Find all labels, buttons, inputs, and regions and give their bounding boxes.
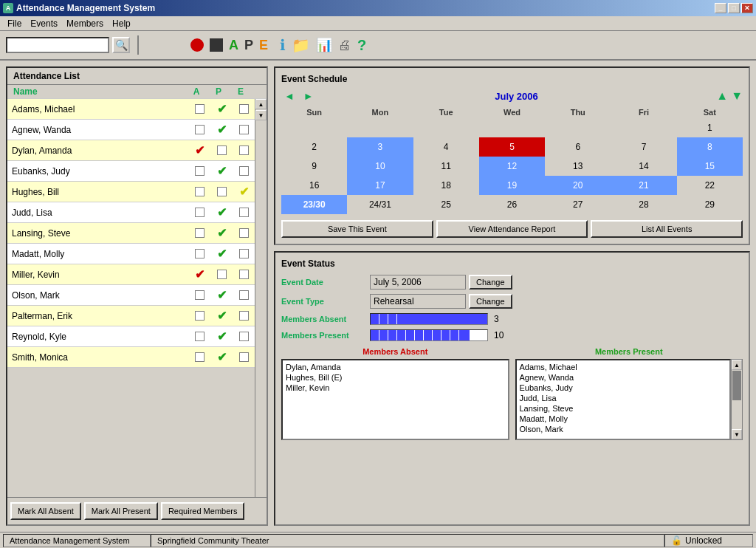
prev-month-button[interactable]: ◄ — [281, 89, 298, 103]
event-date-change-button[interactable]: Change — [469, 275, 512, 290]
calendar-day-event[interactable]: 15 — [677, 157, 743, 176]
excused-checkbox[interactable] — [239, 145, 249, 155]
print-icon[interactable]: 🖨 — [338, 38, 351, 53]
excused-checkbox[interactable] — [239, 311, 249, 321]
excused-checkbox[interactable] — [239, 332, 249, 341]
present-cell[interactable]: ✔ — [210, 288, 233, 302]
mark-all-absent-button[interactable]: Mark All Absent — [10, 502, 81, 520]
present-checkbox[interactable] — [217, 270, 227, 279]
excused-checkbox[interactable] — [239, 208, 249, 217]
calendar-day[interactable]: 25 — [413, 195, 479, 214]
present-cell[interactable]: ✔ — [210, 329, 233, 343]
calendar-day-event[interactable]: 10 — [347, 157, 413, 176]
minimize-button[interactable]: _ — [715, 3, 726, 13]
absent-cell[interactable] — [188, 164, 210, 178]
present-cell[interactable]: ✔ — [210, 226, 233, 240]
excused-checkbox[interactable] — [239, 352, 249, 362]
excused-cell[interactable] — [233, 123, 255, 137]
scroll-down[interactable]: ▼ — [732, 429, 742, 439]
record-icon[interactable] — [190, 38, 204, 52]
calendar-day[interactable]: 4 — [413, 137, 479, 157]
absent-cell[interactable] — [188, 309, 210, 323]
calendar-day[interactable] — [413, 118, 479, 137]
event-type-change-button[interactable]: Change — [469, 294, 512, 309]
calendar-down-button[interactable]: ▼ — [731, 89, 743, 103]
attendance-scrollbar[interactable]: ▲ ▼ — [255, 99, 267, 497]
present-cell[interactable]: ✔ — [210, 164, 233, 178]
calendar-day[interactable]: 9 — [281, 157, 347, 176]
save-event-button[interactable]: Save This Event — [281, 220, 433, 238]
scroll-thumb[interactable] — [732, 371, 741, 400]
calendar-day[interactable]: 11 — [413, 157, 479, 176]
absent-checkbox[interactable] — [195, 332, 205, 341]
excused-cell[interactable] — [233, 247, 255, 261]
excused-checkbox[interactable] — [239, 249, 249, 258]
present-cell[interactable] — [210, 267, 233, 281]
next-month-button[interactable]: ► — [300, 89, 317, 103]
maximize-button[interactable]: □ — [728, 3, 740, 13]
excused-checkbox[interactable] — [239, 104, 249, 114]
absent-checkbox[interactable] — [195, 166, 205, 176]
list-events-button[interactable]: List All Events — [591, 220, 743, 238]
present-scrollbar[interactable]: ▲ ▼ — [731, 359, 743, 440]
present-icon[interactable]: P — [244, 38, 253, 53]
present-cell[interactable]: ✔ — [210, 247, 233, 261]
present-cell[interactable]: ✔ — [210, 205, 233, 219]
calendar-day-event[interactable]: 23/30 — [281, 195, 347, 214]
absent-cell[interactable] — [188, 247, 210, 261]
view-report-button[interactable]: View Attendance Report — [436, 220, 588, 238]
members-absent-listbox[interactable]: Dylan, Amanda Hughes, Bill (E) Miller, K… — [281, 359, 509, 440]
calendar-day[interactable] — [545, 118, 611, 137]
excused-checkbox[interactable] — [239, 125, 249, 134]
mark-all-present-button[interactable]: Mark All Present — [84, 502, 158, 520]
report-icon[interactable]: 📊 — [316, 37, 332, 53]
calendar-day-event[interactable]: 21 — [611, 176, 676, 195]
absent-cell[interactable] — [188, 123, 210, 137]
scroll-up[interactable]: ▲ — [732, 360, 742, 370]
calendar-up-button[interactable]: ▲ — [716, 89, 728, 103]
calendar-day-event[interactable]: 17 — [347, 176, 413, 195]
excused-cell[interactable] — [233, 309, 255, 323]
calendar-day[interactable]: 2 — [281, 137, 347, 157]
scroll-up-arrow[interactable]: ▲ — [255, 99, 267, 109]
excused-cell[interactable] — [233, 226, 255, 240]
search-input[interactable] — [6, 37, 109, 53]
calendar-day[interactable]: 22 — [677, 176, 743, 195]
absent-cell[interactable] — [188, 288, 210, 302]
present-cell[interactable]: ✔ — [210, 350, 233, 364]
excused-cell[interactable] — [233, 143, 255, 157]
absent-checkbox[interactable] — [195, 125, 205, 134]
calendar-day-event[interactable]: 20 — [545, 176, 611, 195]
excused-cell[interactable] — [233, 329, 255, 343]
present-cell[interactable] — [210, 185, 233, 199]
absent-cell[interactable] — [188, 226, 210, 240]
calendar-day[interactable]: 27 — [545, 195, 611, 214]
info-icon[interactable]: ℹ — [280, 36, 286, 54]
absent-checkbox[interactable] — [195, 290, 205, 300]
excused-cell[interactable] — [233, 205, 255, 219]
calendar-day[interactable]: 14 — [611, 157, 676, 176]
search-button[interactable]: 🔍 — [112, 37, 130, 53]
help-icon[interactable]: ? — [357, 37, 366, 54]
excused-checkbox[interactable] — [239, 290, 249, 300]
members-present-listbox[interactable]: Adams, Michael Agnew, Wanda Eubanks, Jud… — [515, 359, 732, 440]
excused-icon[interactable]: E — [259, 38, 268, 53]
calendar-day[interactable]: 18 — [413, 176, 479, 195]
calendar-day[interactable]: 24/31 — [347, 195, 413, 214]
present-checkbox[interactable] — [217, 145, 227, 155]
calendar-day[interactable]: 1 — [677, 118, 743, 137]
present-cell[interactable]: ✔ — [210, 123, 233, 137]
menu-events[interactable]: Events — [26, 17, 62, 30]
calendar-day-event[interactable]: 3 — [347, 137, 413, 157]
menu-help[interactable]: Help — [108, 17, 135, 30]
excused-cell[interactable] — [233, 288, 255, 302]
present-cell[interactable]: ✔ — [210, 309, 233, 323]
absent-cell[interactable]: ✔ — [188, 267, 210, 281]
present-checkbox[interactable] — [217, 187, 227, 196]
excused-checkbox[interactable] — [239, 228, 249, 238]
calendar-day[interactable] — [479, 118, 545, 137]
calendar-day[interactable]: 16 — [281, 176, 347, 195]
calendar-day[interactable]: 29 — [677, 195, 743, 214]
calendar-day-event[interactable]: 19 — [479, 176, 545, 195]
excused-checkbox[interactable] — [239, 270, 249, 279]
